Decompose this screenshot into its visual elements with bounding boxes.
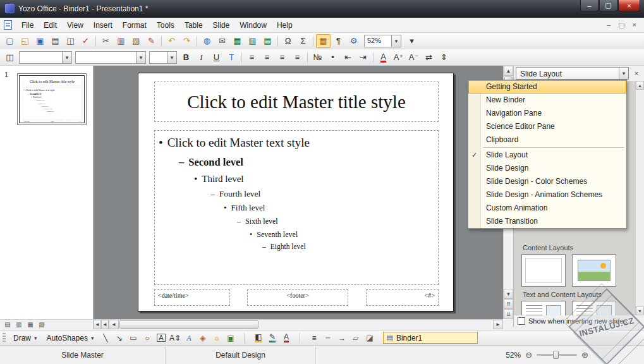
menu-item[interactable]: Help [272, 19, 298, 32]
autoshapes-menu-button[interactable]: AutoShapes ▾ [42, 332, 99, 344]
font-size-dropdown-arrow-icon[interactable]: ▾ [167, 52, 176, 63]
font-style-dropdown-arrow-icon[interactable]: ▾ [136, 52, 145, 63]
zoom-in-icon[interactable]: ⊕ [581, 350, 588, 360]
slide-number-placeholder[interactable]: <#> [366, 289, 439, 306]
increase-font-button[interactable]: A⁺ [391, 51, 406, 64]
align-right-button[interactable]: ≡ [275, 51, 289, 64]
body-placeholder[interactable]: • Click to edit Master text style – Seco… [154, 130, 439, 285]
draw-menu-button[interactable]: Draw ▾ [9, 332, 42, 344]
numbered-list-button[interactable]: № [310, 51, 325, 64]
next-slide-icon[interactable]: ⇊ [504, 309, 513, 319]
menu-item-slide-design-animation-schemes[interactable]: Slide Design - Animation Schemes [468, 188, 626, 202]
hscrollbar-thumb[interactable] [119, 320, 258, 329]
menu-item[interactable]: Window [234, 19, 272, 32]
more-tools-button[interactable]: ▾ [404, 34, 419, 48]
align-center-button[interactable]: ≡ [260, 51, 274, 64]
line-icon[interactable]: ╲ [99, 332, 112, 344]
task-pane-scroll-down-icon[interactable]: ▼ [636, 306, 644, 315]
align-justify-button[interactable]: ≡ [290, 51, 305, 64]
fill-color-icon[interactable]: ◧ [252, 332, 265, 344]
task-pane-close-icon[interactable]: × [631, 68, 642, 79]
menu-item-clipboard[interactable]: Clipboard [468, 133, 626, 147]
decrease-font-button[interactable]: A⁻ [406, 51, 421, 64]
insert-symbol-icon[interactable]: Ω [281, 34, 295, 48]
hyperlink-icon[interactable]: ◍ [200, 34, 214, 48]
menu-item-custom-animation[interactable]: Custom Animation [468, 202, 626, 215]
outline-view-icon[interactable]: ▥ [14, 320, 24, 329]
menu-item[interactable]: Tools [152, 19, 179, 32]
menu-item-getting-started[interactable]: Getting Started [468, 80, 626, 94]
zoom-slider-thumb[interactable] [553, 351, 559, 359]
format-styles-icon[interactable]: ¶ [331, 34, 346, 48]
menu-item[interactable]: Format [118, 19, 152, 32]
scroll-left-icon[interactable]: ◄ [109, 320, 119, 329]
font-name-select[interactable]: ▾ [19, 51, 72, 64]
print-icon[interactable]: ▤ [48, 34, 63, 48]
task-pane-selector[interactable]: Slide Layout ▾ [516, 67, 629, 80]
clip-art-icon[interactable]: ☼ [210, 332, 223, 344]
text-box-icon[interactable]: A [154, 332, 167, 344]
settings-gear-icon[interactable]: ⚙ [346, 34, 361, 48]
insert-table-icon[interactable]: ▦ [230, 34, 245, 48]
layout-thumb-text-content-1[interactable] [521, 301, 566, 315]
horizontal-scrollbar[interactable]: ◄ ◄ ◄ ► [94, 319, 503, 329]
align-left-button[interactable]: ≡ [245, 51, 259, 64]
menu-item-new-binder[interactable]: New Binder [468, 94, 626, 107]
mdi-minimize-button[interactable]: – [607, 21, 611, 29]
task-pane-scroll-up-icon[interactable]: ▲ [636, 81, 644, 90]
paste-icon[interactable]: ▧ [129, 34, 143, 48]
save-icon[interactable]: ▣ [33, 34, 47, 48]
scroll-down-icon[interactable]: ▼ [504, 289, 513, 299]
menu-item-slide-layout[interactable]: ✓ Slide Layout [468, 149, 626, 162]
date-placeholder[interactable]: <date/time> [154, 289, 230, 306]
layout-thumb-text-content-2[interactable] [572, 301, 616, 315]
menu-item-slide-design[interactable]: Slide Design [468, 162, 626, 175]
open-folder-icon[interactable]: ◱ [18, 34, 32, 48]
title-placeholder[interactable]: Click to edit Master title style [154, 82, 439, 122]
scroll-up-icon[interactable]: ▲ [504, 66, 513, 76]
menu-item[interactable]: Table [179, 19, 208, 32]
format-painter-icon[interactable]: ✎ [144, 34, 159, 48]
layout-thumb-content-image[interactable] [572, 254, 616, 287]
font-color-icon[interactable]: A [279, 332, 293, 344]
arrow-icon[interactable]: ↘ [112, 332, 126, 344]
decrease-indent-button[interactable]: ⇤ [341, 51, 355, 64]
pane-collapse-left-icon[interactable]: ◄ [94, 320, 101, 329]
task-pane-dropdown-arrow-icon[interactable]: ▾ [619, 68, 628, 79]
ellipse-icon[interactable]: ○ [140, 332, 154, 344]
menu-item-navigation-pane[interactable]: Navigation Pane [468, 107, 626, 120]
menu-item[interactable]: File [16, 19, 39, 32]
dash-style-icon[interactable]: ┄ [321, 332, 334, 344]
line-spacing-button[interactable]: ⇕ [437, 51, 451, 64]
new-document-icon[interactable]: ▢ [3, 34, 17, 48]
slide-sorter-view-icon[interactable]: ▦ [25, 320, 35, 329]
font-name-dropdown-arrow-icon[interactable]: ▾ [62, 52, 71, 63]
font-size-select[interactable]: ▾ [149, 51, 177, 64]
vertical-text-box-icon[interactable]: A⇕ [168, 332, 181, 344]
italic-button[interactable]: I [194, 51, 209, 64]
page-setup-icon[interactable]: ◫ [3, 51, 17, 64]
formula-icon[interactable]: Σ [296, 34, 310, 48]
normal-view-icon[interactable]: ▤ [3, 320, 13, 329]
previous-slide-icon[interactable]: ⇈ [504, 299, 513, 309]
font-color-button[interactable]: A [376, 51, 391, 64]
mdi-close-button[interactable]: × [633, 21, 636, 29]
menu-item[interactable]: Slide [208, 19, 235, 32]
insert-chart-icon[interactable]: ▥ [245, 34, 260, 48]
arrow-style-icon[interactable]: → [335, 332, 348, 344]
slide-canvas[interactable]: Click to edit Master title style • Click… [94, 66, 503, 319]
menu-item-science-editor-pane[interactable]: Science Editor Pane [468, 120, 626, 133]
minimize-button[interactable]: – [580, 0, 598, 11]
show-when-inserting-checkbox[interactable] [518, 317, 525, 325]
layout-thumb-blank[interactable] [521, 254, 566, 287]
bulleted-list-button[interactable]: • [325, 51, 340, 64]
cut-icon[interactable]: ✂ [99, 34, 113, 48]
insert-sheet-icon[interactable]: ▤ [260, 34, 275, 48]
task-pane-scrollbar[interactable]: ▲ ▼ [635, 81, 644, 315]
zoom-slider[interactable] [537, 354, 577, 356]
footer-placeholder[interactable]: <footer> [247, 289, 348, 306]
close-button[interactable]: × [618, 0, 640, 11]
hscrollbar-track[interactable] [259, 320, 493, 329]
task-pane-scroll-track[interactable] [636, 90, 644, 306]
menu-item[interactable]: Insert [88, 19, 118, 32]
